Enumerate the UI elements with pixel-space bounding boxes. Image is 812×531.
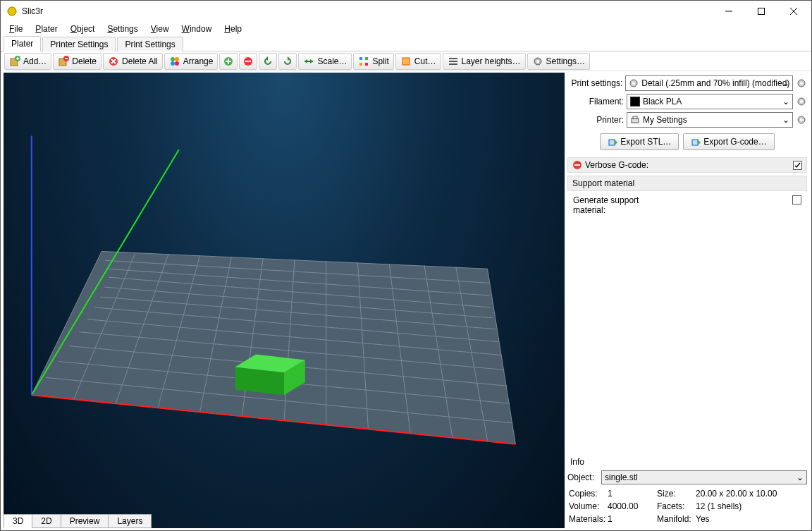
volume-value: 4000.00 bbox=[608, 501, 657, 511]
volume-label: Volume: bbox=[569, 501, 608, 511]
svg-rect-78 bbox=[632, 118, 639, 123]
svg-rect-32 bbox=[365, 63, 368, 66]
print-settings-gear[interactable] bbox=[796, 78, 807, 89]
settings-button[interactable]: Settings… bbox=[527, 53, 590, 70]
add-button[interactable]: Add… bbox=[4, 53, 51, 70]
printer-gear[interactable] bbox=[796, 114, 807, 126]
svg-rect-31 bbox=[359, 63, 362, 66]
filament-select[interactable]: Black PLA ⌄ bbox=[627, 94, 793, 109]
3d-scene bbox=[4, 73, 565, 528]
rotate-ccw-button[interactable] bbox=[259, 53, 277, 70]
svg-point-81 bbox=[800, 118, 803, 121]
rotate-cw-icon bbox=[282, 56, 293, 67]
delete-button[interactable]: Delete bbox=[53, 53, 102, 70]
print-settings-label: Print settings: bbox=[567, 78, 622, 88]
svg-rect-29 bbox=[359, 57, 362, 60]
svg-rect-2 bbox=[758, 8, 765, 15]
materials-value: 1 bbox=[608, 514, 657, 524]
copies-value: 1 bbox=[608, 489, 657, 499]
printer-icon bbox=[630, 115, 640, 125]
size-value: 20.00 x 20.00 x 10.00 bbox=[696, 489, 806, 499]
arrange-button[interactable]: Arrange bbox=[164, 53, 219, 70]
fewer-button[interactable] bbox=[239, 53, 257, 70]
maximize-button[interactable] bbox=[745, 1, 777, 22]
scale-button[interactable]: Scale… bbox=[298, 53, 352, 70]
view-tab-layers[interactable]: Layers bbox=[108, 514, 152, 528]
gear-icon bbox=[532, 56, 543, 67]
object-label: Object: bbox=[567, 472, 598, 482]
menu-help[interactable]: Help bbox=[219, 23, 247, 35]
materials-label: Materials: bbox=[569, 514, 608, 524]
info-head: Info bbox=[567, 455, 807, 469]
menu-settings[interactable]: Settings bbox=[102, 23, 143, 35]
view-tabs: 3D 2D Preview Layers bbox=[4, 514, 151, 528]
app-icon bbox=[6, 6, 18, 17]
tab-printer-settings[interactable]: Printer Settings bbox=[42, 37, 116, 51]
minimize-button[interactable] bbox=[713, 1, 745, 22]
menu-plater[interactable]: Plater bbox=[30, 23, 63, 35]
svg-marker-83 bbox=[615, 140, 617, 145]
svg-rect-82 bbox=[609, 140, 615, 145]
rotate-cw-button[interactable] bbox=[278, 53, 297, 70]
rotate-ccw-icon bbox=[262, 56, 273, 67]
more-button[interactable] bbox=[219, 53, 238, 70]
view-tab-preview[interactable]: Preview bbox=[61, 514, 109, 528]
tab-plater[interactable]: Plater bbox=[4, 36, 41, 51]
menu-object[interactable]: Object bbox=[65, 23, 101, 35]
svg-point-18 bbox=[175, 61, 179, 66]
svg-rect-84 bbox=[692, 140, 698, 145]
export-gcode-button[interactable]: Export G-code… bbox=[683, 133, 774, 150]
cut-button[interactable]: Cut… bbox=[395, 53, 441, 70]
support-material-head: Support material bbox=[567, 176, 807, 191]
svg-marker-85 bbox=[698, 140, 701, 145]
svg-point-17 bbox=[171, 61, 175, 66]
svg-point-15 bbox=[171, 57, 175, 61]
view-tab-3d[interactable]: 3D bbox=[4, 514, 32, 528]
delete-all-button[interactable]: Delete All bbox=[103, 53, 163, 70]
chevron-down-icon: ⌄ bbox=[796, 472, 804, 482]
svg-marker-28 bbox=[310, 59, 313, 63]
add-icon bbox=[9, 56, 20, 67]
menu-view[interactable]: View bbox=[145, 23, 175, 35]
delete-all-icon bbox=[108, 56, 119, 67]
tab-print-settings[interactable]: Print Settings bbox=[117, 37, 183, 51]
verbose-gcode-row: Verbose G-code: bbox=[567, 157, 807, 173]
side-panel: Print settings: Detail (.25mm and 70% in… bbox=[565, 71, 811, 530]
menubar: File Plater Object Settings View Window … bbox=[1, 22, 811, 36]
chevron-down-icon: ⌄ bbox=[782, 78, 789, 88]
manifold-value: Yes bbox=[696, 514, 806, 524]
svg-rect-33 bbox=[402, 58, 410, 65]
svg-point-73 bbox=[632, 82, 635, 85]
svg-rect-30 bbox=[365, 57, 368, 60]
swatch-icon bbox=[630, 97, 640, 106]
object-select[interactable]: single.stl ⌄ bbox=[601, 470, 807, 484]
printer-select[interactable]: My Settings ⌄ bbox=[627, 112, 793, 128]
layers-icon bbox=[448, 56, 459, 67]
svg-point-38 bbox=[536, 60, 539, 63]
copies-label: Copies: bbox=[569, 489, 608, 499]
close-button[interactable] bbox=[777, 1, 810, 22]
svg-rect-79 bbox=[633, 116, 637, 118]
menu-window[interactable]: Window bbox=[176, 23, 218, 35]
titlebar: Slic3r bbox=[1, 1, 811, 22]
split-button[interactable]: Split bbox=[353, 53, 393, 70]
filament-gear[interactable] bbox=[796, 96, 807, 107]
view-tab-2d[interactable]: 2D bbox=[32, 514, 61, 528]
plus-circle-icon bbox=[223, 56, 234, 67]
layer-heights-button[interactable]: Layer heights… bbox=[443, 53, 526, 70]
menu-file[interactable]: File bbox=[4, 23, 28, 35]
manifold-label: Manifold: bbox=[657, 514, 696, 524]
arrange-icon bbox=[169, 56, 180, 67]
svg-marker-27 bbox=[304, 59, 307, 63]
export-icon bbox=[691, 137, 701, 147]
export-stl-button[interactable]: Export STL… bbox=[600, 133, 679, 150]
svg-point-77 bbox=[800, 100, 803, 103]
generate-support-row: Generate support material: bbox=[567, 191, 807, 219]
printer-label: Printer: bbox=[567, 115, 624, 125]
chevron-down-icon: ⌄ bbox=[782, 97, 789, 106]
export-icon bbox=[608, 137, 617, 147]
generate-support-checkbox[interactable] bbox=[792, 195, 801, 205]
3d-view[interactable]: 3D 2D Preview Layers bbox=[4, 73, 565, 528]
verbose-gcode-checkbox[interactable] bbox=[793, 161, 802, 170]
print-settings-select[interactable]: Detail (.25mm and 70% infill) (modified)… bbox=[625, 75, 793, 91]
